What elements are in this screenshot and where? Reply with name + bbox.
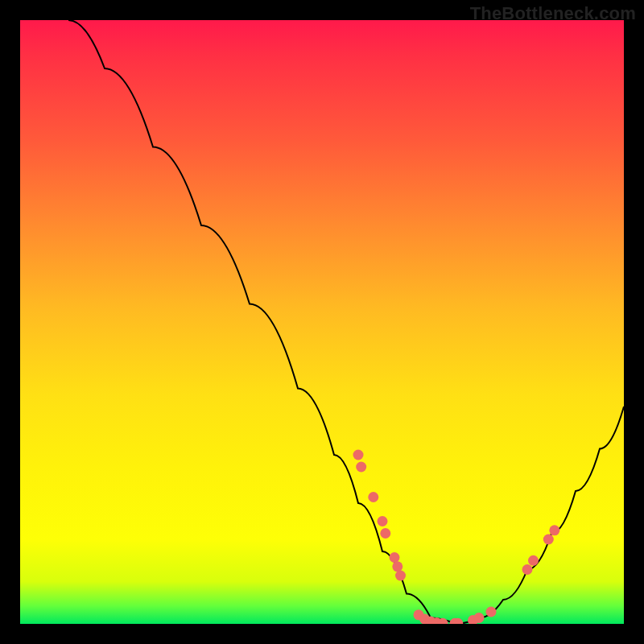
data-point <box>378 516 388 526</box>
data-point <box>353 450 364 460</box>
data-point <box>474 613 485 623</box>
data-point <box>486 607 497 617</box>
curve-svg <box>20 20 624 624</box>
data-point <box>392 561 402 572</box>
bottleneck-curve <box>68 20 624 624</box>
data-point <box>522 564 533 575</box>
plot-area <box>20 20 624 624</box>
data-point <box>528 555 539 566</box>
data-points-group <box>353 450 560 625</box>
data-point <box>543 535 554 545</box>
chart-frame: TheBottleneck.com <box>0 0 644 644</box>
data-point <box>390 552 400 563</box>
data-point <box>549 525 559 535</box>
data-point <box>356 462 366 473</box>
data-point <box>368 492 378 502</box>
data-point <box>380 528 390 539</box>
data-point <box>395 571 406 581</box>
